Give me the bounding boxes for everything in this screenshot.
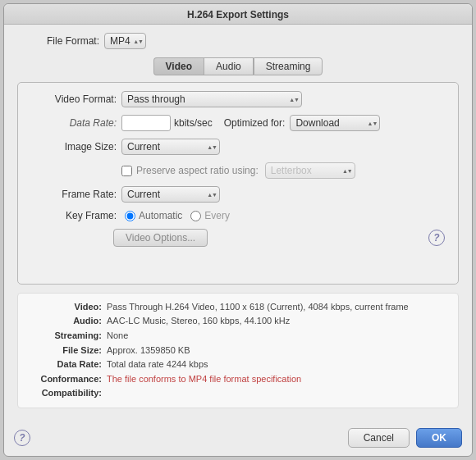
file-format-select[interactable]: MP4 <box>104 33 146 49</box>
key-frame-row: Key Frame: Automatic Every <box>26 210 450 221</box>
frame-rate-row: Frame Rate: Current <box>26 186 450 203</box>
image-size-select[interactable]: Current <box>121 139 220 155</box>
data-rate-unit: kbits/sec <box>174 117 213 129</box>
tabs-bar: Video Audio Streaming <box>17 57 459 75</box>
video-options-button[interactable]: Video Options... <box>113 229 208 247</box>
info-audio-row: Audio: AAC-LC Music, Stereo, 160 kbps, 4… <box>28 314 448 329</box>
optimized-for-select[interactable]: Download <box>290 115 380 131</box>
preserve-aspect-checkbox[interactable] <box>121 166 132 176</box>
tab-streaming[interactable]: Streaming <box>254 57 323 75</box>
keyframe-automatic-radio[interactable] <box>125 211 135 221</box>
title-bar: H.264 Export Settings <box>4 4 472 25</box>
info-filesize-key: File Size: <box>28 344 102 358</box>
info-conformance-row: Conformance: The file conforms to MP4 fi… <box>28 372 448 387</box>
window-title: H.264 Export Settings <box>187 9 289 20</box>
info-filesize-val: Approx. 1359850 KB <box>107 344 190 358</box>
info-conformance-val: The file conforms to MP4 file format spe… <box>107 372 301 387</box>
main-window: H.264 Export Settings File Format: MP4 V… <box>3 3 473 457</box>
optimized-for-select-wrapper: Download <box>290 115 380 131</box>
info-streaming-key: Streaming: <box>28 329 102 344</box>
info-video-key: Video: <box>28 300 102 315</box>
info-datarate-row: Data Rate: Total data rate 4244 kbps <box>28 358 448 372</box>
ok-button[interactable]: OK <box>416 428 462 448</box>
info-video-row: Video: Pass Through H.264 Video, 1100 x … <box>28 300 448 315</box>
tab-video[interactable]: Video <box>153 57 204 75</box>
info-filesize-row: File Size: Approx. 1359850 KB <box>28 344 448 358</box>
key-frame-label: Key Frame: <box>26 210 117 221</box>
video-format-select[interactable]: Pass through <box>121 91 302 107</box>
key-frame-radios: Automatic Every <box>121 210 235 221</box>
video-options-row: Video Options... ? <box>26 229 450 247</box>
info-section: Video: Pass Through H.264 Video, 1100 x … <box>17 293 459 408</box>
info-audio-key: Audio: <box>28 314 102 329</box>
cancel-button[interactable]: Cancel <box>348 428 410 448</box>
preserve-aspect-label: Preserve aspect ratio using: <box>136 165 259 176</box>
info-streaming-val: None <box>107 329 128 344</box>
data-rate-row: Data Rate: kbits/sec Optimized for: Down… <box>26 115 450 131</box>
image-size-row: Image Size: Current <box>26 139 450 155</box>
file-format-select-wrapper: MP4 <box>104 33 146 49</box>
bottom-help-icon[interactable]: ? <box>14 430 30 446</box>
info-conformance-key: Conformance: <box>28 372 102 387</box>
file-format-label: File Format: <box>34 35 99 47</box>
bottom-bar: ? Cancel OK <box>4 423 472 456</box>
info-compatibility-row: Compatibility: <box>28 386 448 401</box>
tab-audio[interactable]: Audio <box>204 57 254 75</box>
video-format-select-wrapper: Pass through <box>121 91 302 107</box>
letterbox-select[interactable]: Letterbox <box>265 162 355 179</box>
frame-rate-select[interactable]: Current <box>121 186 220 203</box>
video-panel: Video Format: Pass through Data Rate: kb… <box>17 82 459 285</box>
info-datarate-val: Total data rate 4244 kbps <box>107 358 208 372</box>
data-rate-input[interactable] <box>121 115 171 131</box>
preserve-aspect-row: Preserve aspect ratio using: Letterbox <box>26 162 450 179</box>
image-size-select-wrapper: Current <box>121 139 220 155</box>
optimized-for-label: Optimized for: <box>224 117 286 129</box>
info-video-val: Pass Through H.264 Video, 1100 x 618 (Cu… <box>107 300 409 315</box>
frame-rate-select-wrapper: Current <box>121 186 220 203</box>
video-format-label: Video Format: <box>26 93 117 105</box>
video-help-icon[interactable]: ? <box>428 230 445 246</box>
info-streaming-row: Streaming: None <box>28 329 448 344</box>
file-format-row: File Format: MP4 <box>17 33 459 49</box>
info-audio-val: AAC-LC Music, Stereo, 160 kbps, 44.100 k… <box>107 314 290 329</box>
info-compatibility-key: Compatibility: <box>28 386 102 401</box>
bottom-buttons: Cancel OK <box>348 428 462 448</box>
info-datarate-key: Data Rate: <box>28 358 102 372</box>
keyframe-every-radio[interactable] <box>190 211 201 221</box>
keyframe-automatic-label: Automatic <box>139 210 182 221</box>
data-rate-label: Data Rate: <box>26 117 117 129</box>
keyframe-every-label: Every <box>204 210 230 221</box>
video-format-row: Video Format: Pass through <box>26 91 450 107</box>
letterbox-select-wrapper: Letterbox <box>265 162 355 179</box>
frame-rate-label: Frame Rate: <box>26 189 117 200</box>
image-size-label: Image Size: <box>26 141 117 153</box>
